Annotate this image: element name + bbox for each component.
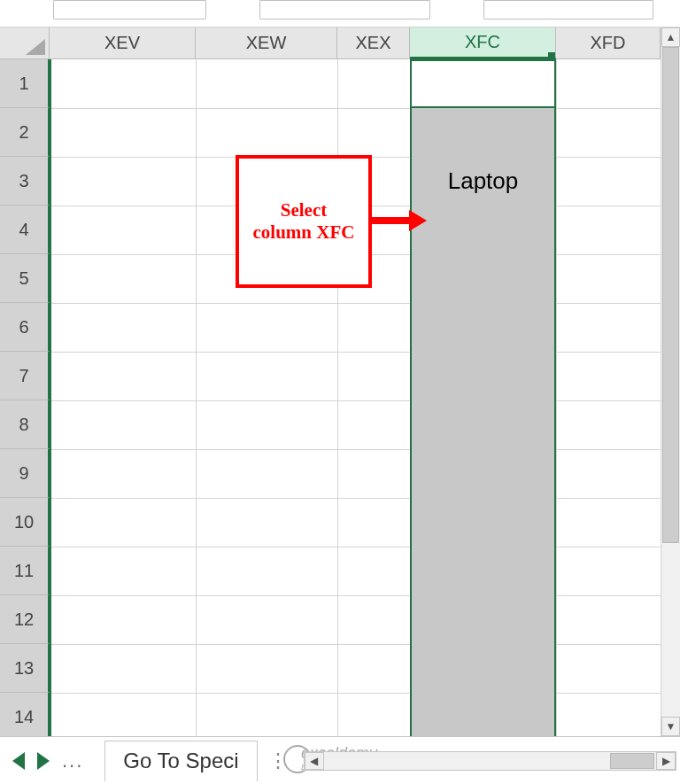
gridline xyxy=(196,59,197,736)
scroll-up-icon[interactable]: ▲ xyxy=(661,27,680,47)
gridline xyxy=(50,303,661,304)
gridline xyxy=(50,108,661,109)
row-header[interactable]: 1 xyxy=(0,59,50,108)
annotation-callout: Select column XFC xyxy=(236,155,372,288)
row-header[interactable]: 13 xyxy=(0,644,50,693)
ribbon-strip xyxy=(0,0,680,27)
gridline xyxy=(50,644,661,645)
column-header-xew[interactable]: XEW xyxy=(196,27,337,59)
column-header-xfd[interactable]: XFD xyxy=(556,27,661,59)
next-sheet-icon[interactable] xyxy=(37,752,50,770)
active-cell[interactable] xyxy=(410,59,556,108)
sheet-nav: ... xyxy=(0,749,96,772)
hscroll-thumb[interactable] xyxy=(610,753,654,769)
gridline xyxy=(556,59,557,736)
row-header[interactable]: 12 xyxy=(0,595,50,644)
callout-line1: Select xyxy=(281,199,327,221)
row-header[interactable]: 5 xyxy=(0,254,50,303)
gridline xyxy=(50,595,661,596)
prev-sheet-icon[interactable] xyxy=(12,752,25,770)
scroll-down-icon[interactable]: ▼ xyxy=(661,717,680,736)
left-border-highlight xyxy=(50,59,51,736)
row-header[interactable]: 9 xyxy=(0,449,50,498)
toolbar-box-3 xyxy=(483,0,653,19)
scroll-left-icon[interactable]: ◀ xyxy=(305,752,324,770)
column-header-row: XEV XEW XEX XFC XFD xyxy=(50,27,661,59)
cell-value: Laptop xyxy=(410,157,556,206)
toolbar-box-2 xyxy=(259,0,429,19)
row-header[interactable]: 2 xyxy=(0,108,50,157)
column-header-xfc[interactable]: XFC xyxy=(410,27,556,59)
row-header[interactable]: 6 xyxy=(0,303,50,352)
gridline xyxy=(50,547,661,547)
row-header[interactable]: 10 xyxy=(0,498,50,547)
annotation-arrow-icon xyxy=(372,217,411,224)
gridline xyxy=(50,400,661,401)
worksheet-grid: 1 2 3 4 5 6 7 8 9 10 11 12 13 14 XEV XEW… xyxy=(0,27,680,736)
row-header-column: 1 2 3 4 5 6 7 8 9 10 11 12 13 14 xyxy=(0,27,50,736)
horizontal-scrollbar[interactable]: ◀ ▶ xyxy=(304,751,676,771)
column-header-xev[interactable]: XEV xyxy=(50,27,196,59)
scroll-right-icon[interactable]: ▶ xyxy=(656,752,676,770)
row-header[interactable]: 4 xyxy=(0,206,50,254)
callout-line2: column XFC xyxy=(253,221,355,243)
gridline xyxy=(50,498,661,499)
select-all-corner[interactable] xyxy=(0,27,50,59)
row-header[interactable]: 14 xyxy=(0,693,50,741)
row-header[interactable]: 11 xyxy=(0,547,50,595)
row-header[interactable]: 7 xyxy=(0,352,50,400)
toolbar-box-1 xyxy=(53,0,206,19)
row-header[interactable]: 3 xyxy=(0,157,50,206)
vertical-scrollbar[interactable]: ▲ ▼ xyxy=(661,27,680,736)
column-header-xex[interactable]: XEX xyxy=(337,27,410,59)
sheet-nav-more-icon[interactable]: ... xyxy=(62,749,83,772)
gridline xyxy=(50,352,661,353)
row-header[interactable]: 8 xyxy=(0,400,50,449)
sheet-tab-bar: ... Go To Speci exceldemy EXCEL · DATA ·… xyxy=(0,736,680,784)
scroll-thumb[interactable] xyxy=(662,47,679,543)
sheet-tab[interactable]: Go To Speci xyxy=(104,741,257,781)
gridline xyxy=(50,449,661,450)
cells-area[interactable]: XEV XEW XEX XFC XFD Lapto xyxy=(50,27,661,736)
gridline xyxy=(50,693,661,694)
